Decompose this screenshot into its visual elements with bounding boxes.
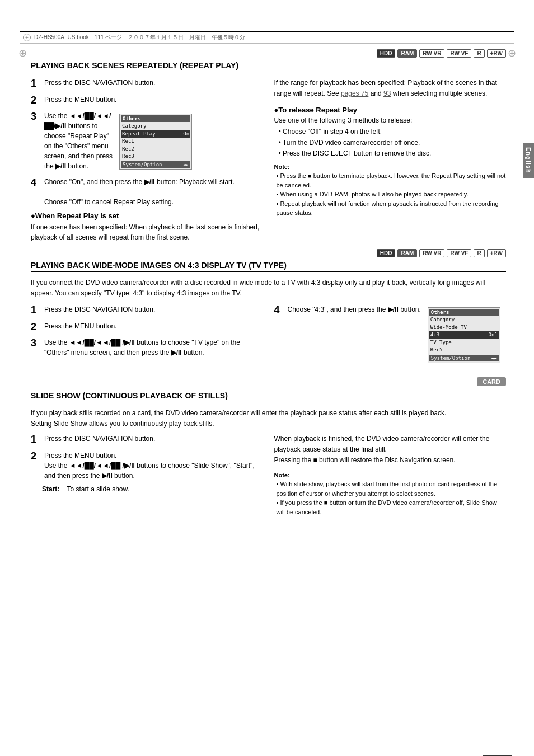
section1-step3: 3 Use the ◄◄/██/◄◄/██/▶/II buttons to ch…: [31, 111, 263, 172]
s3-step2-num: 2: [31, 450, 41, 463]
s2-step3-text: Use the ◄◄/██/◄◄/██ /▶/II buttons to cho…: [44, 337, 263, 358]
screen1-mockup: Others Category Repeat Play On Rec1 Rec2…: [119, 114, 192, 170]
section2-title: PLAYING BACK WIDE-MODE IMAGES ON 4:3 DIS…: [31, 261, 506, 272]
s2-step3: 3 Use the ◄◄/██/◄◄/██ /▶/II buttons to c…: [31, 337, 263, 358]
section3-intro: If you play back stills recorded on a ca…: [31, 408, 506, 429]
s2-badge-r: R: [474, 249, 484, 257]
screen2-mockup: Others Category Wide-Mode TV 4:3 On1 TV …: [428, 307, 500, 363]
section1-left-col: 1 Press the DISC NAVIGATION button. 2 Pr…: [31, 78, 263, 242]
section1-step4: 4 Choose "On", and then press the ▶/II b…: [31, 177, 263, 207]
section2-intro: If you connect the DVD video camera/reco…: [31, 278, 506, 299]
step1-text: Press the DISC NAVIGATION button.: [44, 78, 155, 88]
note1-label: Note:: [274, 163, 290, 170]
when-repeat-text: If one scene has been specified: When pl…: [31, 222, 263, 242]
step2-text: Press the MENU button.: [44, 95, 116, 105]
s2-step1-text: Press the DISC NAVIGATION button.: [44, 304, 155, 314]
section1-step1: 1 Press the DISC NAVIGATION button.: [31, 78, 263, 90]
badge-ram: RAM: [397, 49, 417, 58]
step3-num: 3: [31, 111, 41, 123]
note1-list: Press the ■ button to terminate playback…: [274, 171, 507, 218]
s3-step2: 2 Press the MENU button. Use the ◄◄/██/◄…: [31, 450, 263, 481]
section2-left-col: 1 Press the DISC NAVIGATION button. 2 Pr…: [31, 304, 263, 370]
to-release-intro: Use one of the following 3 methods to re…: [274, 116, 507, 124]
section1-note: Note: Press the ■ button to terminate pl…: [274, 162, 507, 218]
step4-text: Choose "On", and then press the ▶/II but…: [44, 177, 235, 207]
release-item-2: Turn the DVD video camera/recorder off o…: [279, 138, 507, 148]
start-label: Start:: [42, 485, 65, 493]
s2-step1-num: 1: [31, 304, 41, 317]
section3-right-col: When playback is finished, the DVD video…: [274, 434, 507, 516]
s3-step2-text: Press the MENU button. Use the ◄◄/██/◄◄/…: [44, 450, 263, 481]
note1-item1: Press the ■ button to terminate playback…: [277, 171, 507, 190]
s2-step4-num: 4: [274, 304, 284, 317]
release-item-1: Choose "Off" in step 4 on the left.: [279, 126, 507, 137]
s2-step4: 4 Choose "4:3", and then press the ▶/II …: [274, 304, 507, 366]
s2-step1: 1 Press the DISC NAVIGATION button.: [31, 304, 263, 317]
s3-step1-num: 1: [31, 434, 41, 446]
s2-step3-num: 3: [31, 337, 41, 350]
release-item-3: Press the DISC EJECT button to remove th…: [279, 148, 507, 159]
badge-plusrw: +RW: [487, 49, 506, 58]
badge-rwvf: RW VF: [447, 49, 471, 58]
section1-step2: 2 Press the MENU button.: [31, 95, 263, 107]
step3-text: Use the ◄◄/██/◄◄/██/▶/II buttons to choo…: [44, 111, 113, 171]
s2-step2-text: Press the MENU button.: [44, 321, 116, 331]
step4-num: 4: [31, 177, 41, 189]
s2-step2: 2 Press the MENU button.: [31, 321, 263, 334]
s2-badge-rwvf: RW VF: [447, 249, 471, 257]
section2-right-col: 4 Choose "4:3", and then press the ▶/II …: [274, 304, 507, 370]
s3-step1: 1 Press the DISC NAVIGATION button.: [31, 434, 263, 446]
section1-badges: HDD RAM RW VR RW VF R +RW: [31, 49, 506, 58]
s3-step1-text: Press the DISC NAVIGATION button.: [44, 434, 155, 444]
s2-badge-hdd: HDD: [377, 249, 396, 257]
when-repeat-heading: ●When Repeat Play is set: [31, 212, 263, 220]
section1-right-col: If the range for playback has been speci…: [274, 78, 507, 242]
section2-badges: HDD RAM RW VR RW VF R +RW: [31, 249, 506, 257]
note1-item3: Repeat playback will not function when p…: [277, 199, 507, 218]
to-release-list: Choose "Off" in step 4 on the left. Turn…: [274, 126, 507, 159]
note1-item2: When using a DVD-RAM, photos will also b…: [277, 190, 507, 199]
header-bar: + DZ-HS500A_US.book 111 ページ ２００７年１月１５日 月…: [20, 31, 514, 44]
step1-num: 1: [31, 78, 41, 90]
section3-left-col: 1 Press the DISC NAVIGATION button. 2 Pr…: [31, 434, 263, 516]
badge-hdd: HDD: [377, 49, 396, 58]
s2-badge-rwvr: RW VR: [419, 249, 444, 257]
s2-badge-ram: RAM: [397, 249, 417, 257]
badge-r: R: [474, 49, 484, 58]
step2-num: 2: [31, 95, 41, 107]
start-text: To start a slide show.: [67, 485, 129, 493]
s2-badge-plusrw: +RW: [487, 249, 506, 257]
header-file-info: DZ-HS500A_US.book 111 ページ ２００７年１月１５日 月曜日…: [34, 34, 245, 41]
to-release-heading: ●To release Repeat Play: [274, 106, 507, 114]
corner-cross-tr: ⊕: [506, 48, 517, 59]
note3-label: Note:: [274, 472, 290, 478]
s3-note: Note: With slide show, playback will sta…: [274, 471, 507, 517]
card-badge: CARD: [477, 377, 506, 386]
section1-right-text: If the range for playback has been speci…: [274, 78, 507, 99]
step4-sub: Choose "Off" to cancel Repeat Play setti…: [44, 198, 174, 206]
note3-item2: If you press the ■ button or turn the DV…: [277, 498, 507, 516]
note3-list: With slide show, playback will start fro…: [274, 480, 507, 516]
s2-step2-num: 2: [31, 321, 41, 334]
badge-rwvr: RW VR: [419, 49, 444, 58]
note3-item1: With slide show, playback will start fro…: [277, 480, 507, 498]
corner-cross-tl: ⊕: [17, 48, 28, 59]
header-crosshair-icon: +: [23, 34, 31, 41]
card-badge-container: CARD: [31, 377, 506, 389]
start-label-row: Start: To start a slide show.: [31, 485, 263, 493]
section1-title: PLAYING BACK SCENES REPEATEDLY (REPEAT P…: [31, 61, 506, 72]
section3-title: SLIDE SHOW (CONTINUOUS PLAYBACK OF STILL…: [31, 391, 506, 402]
s2-step4-text: Choose "4:3", and then press the ▶/II bu…: [288, 304, 421, 314]
english-tab: English: [523, 143, 534, 178]
s3-right-text: When playback is finished, the DVD video…: [274, 434, 507, 466]
